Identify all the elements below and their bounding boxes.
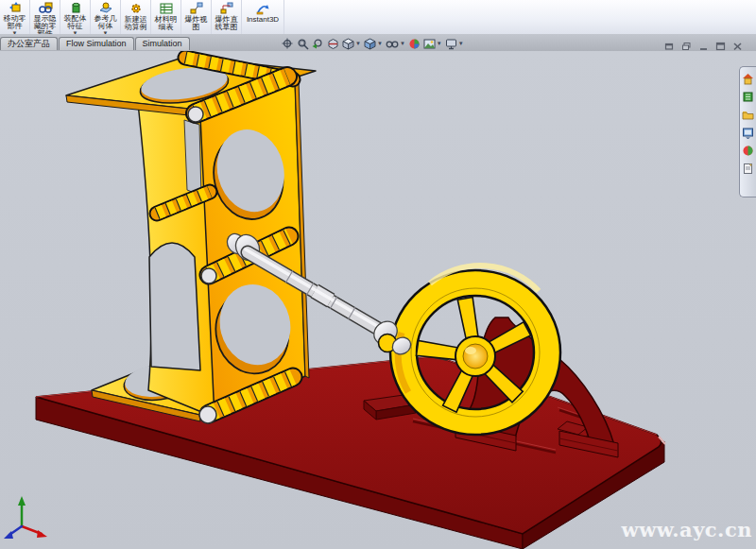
toolbar-button-move-component[interactable]: 移动零部件 ▼ [0, 0, 30, 34]
reference-geometry-icon [98, 1, 113, 14]
model-frame-tower[interactable] [66, 57, 316, 423]
custom-properties-icon[interactable] [742, 162, 754, 174]
toolbar-button-exploded-view[interactable]: 爆炸视图 [181, 0, 212, 34]
toolbar-button-show-hidden-components[interactable]: 显示隐藏的零部件 [30, 0, 60, 34]
toolbar-button-explode-line-sketch[interactable]: 爆炸直线草图 [212, 0, 242, 34]
toolbar-button-reference-geometry[interactable]: 参考几何体 ▼ [91, 0, 121, 34]
toolbar-button-instant3d[interactable]: Instant3D [242, 0, 284, 34]
orientation-triad [4, 496, 47, 539]
assembly-toolbar: 移动零部件 ▼ 显示隐藏的零部件 装配体特征 ▼ 参考几何体 ▼ 新建运动算例 [0, 0, 756, 35]
explode-line-sketch-icon [219, 1, 234, 15]
move-component-icon [8, 1, 23, 14]
heads-up-view-toolbar: ▼ ▼ ▼ ▼ ▼ [282, 37, 467, 50]
tab-simulation[interactable]: Simulation [135, 37, 190, 50]
toolbar-button-new-motion-study[interactable]: 新建运动算例 [121, 0, 151, 34]
instant3d-icon [255, 1, 270, 15]
exploded-view-icon [189, 1, 204, 15]
view-settings-icon[interactable]: ▼ [445, 38, 464, 50]
assembly-features-icon [68, 1, 83, 14]
file-explorer-icon[interactable] [742, 108, 754, 120]
toolbar-button-assembly-features[interactable]: 装配体特征 ▼ [60, 0, 91, 34]
edit-appearance-icon[interactable] [408, 38, 421, 50]
tab-flow-simulation[interactable]: Flow Simulation [59, 37, 134, 50]
design-library-icon[interactable] [742, 90, 754, 102]
toolbar-button-label: Instant3D [247, 16, 279, 24]
apply-scene-icon[interactable]: ▼ [423, 38, 442, 50]
tab-office-products[interactable]: 办公室产品 [0, 37, 58, 50]
toolbar-button-bill-of-materials[interactable]: 材料明细表 [151, 0, 181, 34]
display-style-icon[interactable]: ▼ [364, 38, 383, 50]
show-hidden-components-icon [38, 1, 53, 14]
view-palette-icon[interactable] [742, 126, 754, 138]
watermark-text: www.ayc.cn [622, 518, 752, 541]
model-spoked-wheel[interactable] [390, 266, 560, 435]
view-orientation-icon[interactable]: ▼ [342, 38, 361, 50]
appearances-scenes-icon[interactable] [742, 144, 754, 156]
command-manager-tabs: 办公室产品 Flow Simulation Simulation [0, 37, 191, 51]
model-canvas[interactable] [0, 51, 756, 549]
bill-of-materials-icon [159, 1, 174, 15]
solidworks-window: 移动零部件 ▼ 显示隐藏的零部件 装配体特征 ▼ 参考几何体 ▼ 新建运动算例 [0, 0, 756, 549]
graphics-viewport[interactable]: www.ayc.cn [0, 51, 756, 549]
section-view-icon[interactable] [327, 38, 339, 50]
task-pane-tab-strip [739, 66, 756, 197]
command-manager-tab-bar: 办公室产品 Flow Simulation Simulation ▼ ▼ ▼ [0, 34, 756, 52]
zoom-to-fit-icon[interactable] [282, 38, 294, 50]
previous-view-icon[interactable] [312, 38, 324, 50]
hide-show-items-icon[interactable]: ▼ [386, 38, 405, 50]
new-motion-study-icon [129, 1, 144, 15]
solidworks-resources-icon[interactable] [742, 72, 754, 84]
zoom-to-area-icon[interactable] [297, 38, 309, 50]
